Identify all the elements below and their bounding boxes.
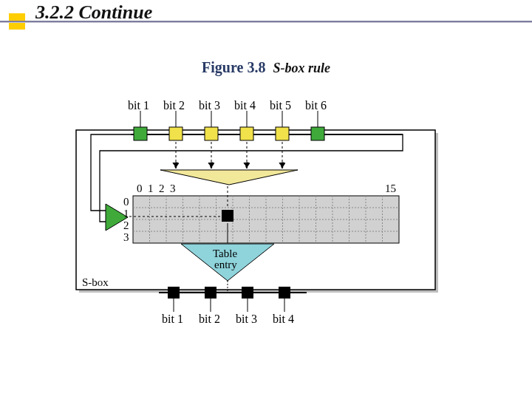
bit-in-6-box [311,127,324,140]
bit-out-4-label: bit 4 [273,313,294,325]
bit-out-3-label: bit 3 [236,313,257,325]
row-tick: 3 [123,231,129,243]
sbox-diagram: S-box bit 1 bit 2 bit 3 bit 4 bit 5 bit … [70,96,462,347]
bit-in-6-label: bit 6 [305,99,327,112]
bit-out-2-box [205,287,216,299]
bit-in-1-box [134,127,147,140]
slide-heading: 3.2.2 Continue [35,1,152,24]
col-tick: 15 [385,183,396,194]
lookup-table [133,196,399,243]
table-entry-label-2: entry [214,259,237,270]
bit-in-3-label: bit 3 [199,99,220,112]
bit-in-4-label: bit 4 [234,99,256,112]
sbox-label: S-box [82,276,109,288]
figure-title: S-box rule [273,61,330,75]
bit-in-5-label: bit 5 [270,99,291,112]
bit-out-4-box [279,287,290,299]
table-entry-label-1: Table [213,248,237,259]
bit-in-2-box [169,127,183,140]
col-tick: 3 [170,183,176,194]
bit-out-3-box [242,287,253,299]
figure-number: Figure 3.8 [202,59,265,75]
bit-in-5-box [276,127,289,140]
figure-caption: Figure 3.8 S-box rule [0,59,532,76]
bit-in-4-box [240,127,253,140]
bit-out-2-label: bit 2 [199,313,220,325]
row-tick: 2 [123,219,129,231]
bit-in-1-label: bit 1 [128,99,149,112]
bit-out-1-label: bit 1 [162,313,183,325]
bit-in-2-label: bit 2 [163,99,185,112]
col-tick: 2 [159,183,165,194]
col-tick: 0 [137,183,143,194]
selected-cell [222,210,233,222]
row-tick: 1 [123,208,129,219]
bit-in-3-box [205,127,218,140]
bit-out-1-box [168,287,180,299]
row-tick: 0 [123,196,129,208]
col-tick: 1 [148,183,154,194]
